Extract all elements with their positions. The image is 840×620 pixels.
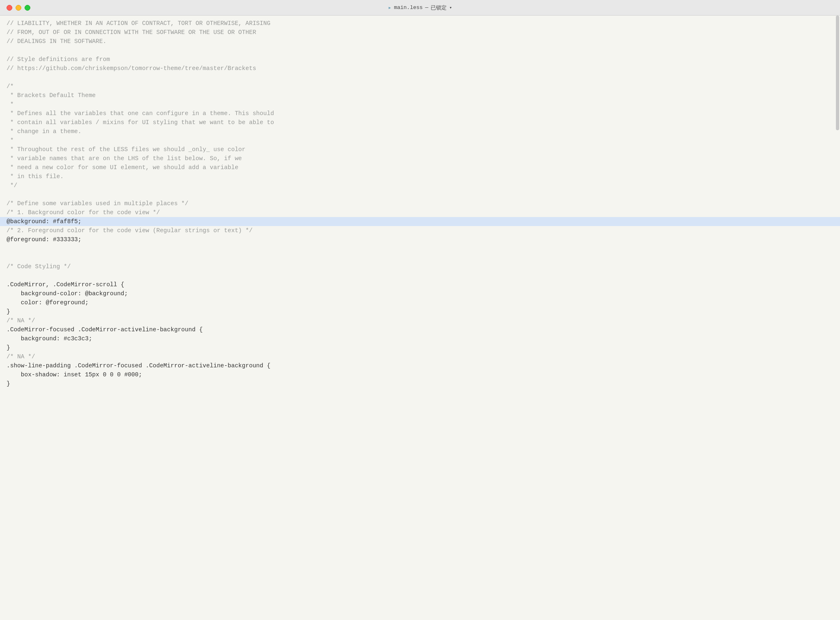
- scrollbar-thumb[interactable]: [836, 16, 839, 130]
- code-line: box-shadow: inset 15px 0 0 0 #000;: [0, 370, 840, 379]
- code-line: /*: [0, 82, 840, 91]
- code-line: color: @foreground;: [0, 298, 840, 307]
- code-line: .show-line-padding .CodeMirror-focused .…: [0, 361, 840, 370]
- code-line: * variable names that are on the LHS of …: [0, 154, 840, 163]
- code-line: /* 2. Foreground color for the code view…: [0, 226, 840, 235]
- code-line: [0, 253, 840, 262]
- code-line: @foreground: #333333;: [0, 235, 840, 244]
- code-line: // LIABILITY, WHETHER IN AN ACTION OF CO…: [0, 19, 840, 28]
- code-line: /* Code Styling */: [0, 262, 840, 271]
- code-line: // Style definitions are from: [0, 55, 840, 64]
- scrollbar[interactable]: [835, 16, 840, 620]
- code-line: // https://github.com/chriskempson/tomor…: [0, 64, 840, 73]
- editor-window: ▸ main.less — 已锁定 ▾ // LIABILITY, WHETHE…: [0, 0, 840, 620]
- editor-area[interactable]: // LIABILITY, WHETHER IN AN ACTION OF CO…: [0, 16, 840, 620]
- lock-label: 已锁定: [431, 4, 447, 11]
- code-line: .CodeMirror-focused .CodeMirror-activeli…: [0, 325, 840, 334]
- code-line: [0, 46, 840, 55]
- code-line: [0, 271, 840, 280]
- code-line: // DEALINGS IN THE SOFTWARE.: [0, 37, 840, 46]
- code-line: /* Define some variables used in multipl…: [0, 199, 840, 208]
- code-line: background: #c3c3c3;: [0, 334, 840, 343]
- code-line: }: [0, 343, 840, 352]
- code-line: }: [0, 307, 840, 316]
- code-line: * change in a theme.: [0, 127, 840, 136]
- code-line: /* NA */: [0, 352, 840, 361]
- code-content[interactable]: // LIABILITY, WHETHER IN AN ACTION OF CO…: [0, 16, 840, 620]
- code-line: [0, 73, 840, 82]
- lock-status: —: [425, 5, 429, 11]
- code-line: /* NA */: [0, 316, 840, 325]
- code-line: [0, 190, 840, 199]
- code-line: * Throughout the rest of the LESS files …: [0, 145, 840, 154]
- code-line: background-color: @background;: [0, 289, 840, 298]
- traffic-lights: [7, 5, 30, 11]
- titlebar-title: ▸ main.less — 已锁定 ▾: [388, 4, 452, 11]
- titlebar: ▸ main.less — 已锁定 ▾: [0, 0, 840, 16]
- code-line: * in this file.: [0, 172, 840, 181]
- code-line: .CodeMirror, .CodeMirror-scroll {: [0, 280, 840, 289]
- code-line: * need a new color for some UI element, …: [0, 163, 840, 172]
- file-type-icon: ▸: [388, 4, 391, 11]
- filename: main.less: [394, 5, 422, 11]
- code-line: * Brackets Default Theme: [0, 91, 840, 100]
- chevron-down-icon: ▾: [449, 5, 452, 10]
- code-line: // FROM, OUT OF OR IN CONNECTION WITH TH…: [0, 28, 840, 37]
- code-line: [0, 244, 840, 253]
- code-line: @background: #faf8f5;: [0, 217, 840, 226]
- code-line: /* 1. Background color for the code view…: [0, 208, 840, 217]
- code-line: }: [0, 379, 840, 388]
- code-line: * Defines all the variables that one can…: [0, 109, 840, 118]
- minimize-button[interactable]: [16, 5, 21, 11]
- code-line: * contain all variables / mixins for UI …: [0, 118, 840, 127]
- maximize-button[interactable]: [25, 5, 30, 11]
- close-button[interactable]: [7, 5, 12, 11]
- code-line: */: [0, 181, 840, 190]
- code-line: *: [0, 100, 840, 109]
- code-line: *: [0, 136, 840, 145]
